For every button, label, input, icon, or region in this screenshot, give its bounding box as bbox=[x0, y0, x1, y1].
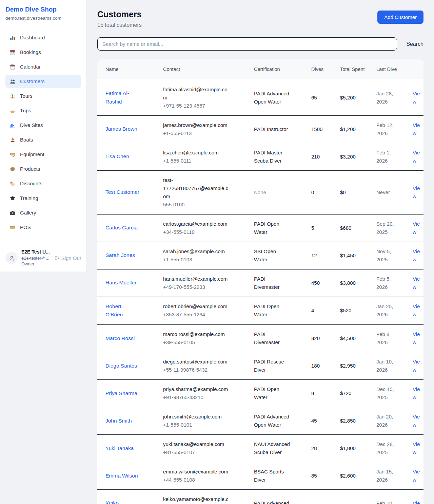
customer-certification: PADI Advanced Open Water bbox=[254, 500, 289, 504]
sidebar-item-bookings[interactable]: 17Bookings bbox=[5, 45, 81, 59]
customer-certification: PADI Divemaster bbox=[254, 276, 280, 290]
sidebar-item-discounts[interactable]: Discounts bbox=[5, 177, 81, 190]
sidebar-item-label: Calendar bbox=[20, 63, 41, 70]
customer-last-dive: Feb 12, 2026 bbox=[376, 122, 394, 136]
user-info: E2E Test U... e2e-tester@... Owner bbox=[21, 249, 50, 267]
customer-last-dive: Jan 25, 2026 bbox=[376, 303, 393, 317]
customer-total-spent: $4,500 bbox=[340, 335, 356, 341]
customer-name-link[interactable]: Hans Mueller bbox=[105, 280, 136, 285]
customer-name-link[interactable]: Diego Santos bbox=[105, 363, 137, 369]
search-input[interactable] bbox=[97, 37, 397, 51]
view-customer-link[interactable]: View bbox=[413, 276, 420, 290]
view-customer-link[interactable]: View bbox=[413, 414, 420, 428]
search-bar: Search bbox=[97, 37, 423, 51]
table-row: Test Customertest-1772681807767@example.… bbox=[97, 170, 423, 214]
view-customer-link[interactable]: View bbox=[413, 91, 420, 105]
sign-out-button[interactable]: Sign Out bbox=[54, 255, 81, 261]
sidebar-item-equipment[interactable]: Equipment bbox=[5, 148, 81, 161]
sidebar-item-dashboard[interactable]: Dashboard bbox=[5, 31, 81, 44]
table-row: Marco Rossimarco.rossi@example.com+39-55… bbox=[97, 325, 423, 352]
add-customer-button[interactable]: Add Customer bbox=[377, 11, 423, 24]
search-button[interactable]: Search bbox=[406, 41, 423, 47]
customer-name-link[interactable]: Test Customer bbox=[105, 189, 139, 195]
customer-email: marco.rossi@example.com bbox=[163, 330, 230, 338]
customer-certification: None bbox=[254, 189, 266, 195]
sidebar-item-label: Products bbox=[20, 165, 40, 172]
tag-icon bbox=[9, 181, 16, 187]
customer-email: keiko.yamamoto@example.com bbox=[163, 495, 230, 504]
calendar-date-icon: 17 bbox=[9, 49, 16, 55]
sidebar-item-pos[interactable]: POS bbox=[5, 221, 81, 234]
table-row: Lisa Chenlisa.chen@example.com+1-555-011… bbox=[97, 143, 423, 170]
customer-dives: 1500 bbox=[311, 126, 322, 132]
customer-name-link[interactable]: John Smith bbox=[105, 418, 132, 424]
table-row: Keiko Yamamotokeiko.yamamoto@example.com… bbox=[97, 490, 423, 504]
customer-name-link[interactable]: James Brown bbox=[105, 126, 137, 132]
sidebar-item-trips[interactable]: Trips bbox=[5, 104, 81, 117]
customer-phone: +1-555-0111 bbox=[163, 157, 230, 165]
view-customer-link[interactable]: View bbox=[413, 122, 420, 136]
shop-brand: Demo Dive Shop demo.test.divestreams.com bbox=[0, 0, 86, 26]
customer-name-link[interactable]: Yuki Tanaka bbox=[105, 445, 134, 451]
customer-name-link[interactable]: Priya Sharma bbox=[105, 390, 137, 396]
customer-phone: +34-555-0110 bbox=[163, 228, 230, 236]
column-header-name: Name bbox=[97, 59, 155, 80]
customer-name-link[interactable]: Robert O'Brien bbox=[105, 303, 123, 318]
customer-phone: 555-0100 bbox=[163, 201, 230, 209]
table-row: John Smithjohn.smith@example.com+1-555-0… bbox=[97, 407, 423, 435]
customer-name-link[interactable]: Carlos Garcia bbox=[105, 225, 138, 230]
view-customer-link[interactable]: View bbox=[413, 359, 420, 373]
customer-certification: PADI Instructor bbox=[254, 126, 288, 132]
table-row: Carlos Garciacarlos.garcia@example.com+3… bbox=[97, 214, 423, 242]
view-customer-link[interactable]: View bbox=[413, 303, 420, 317]
sidebar-item-boats[interactable]: Boats bbox=[5, 133, 81, 146]
package-icon bbox=[9, 166, 16, 172]
sidebar-item-dive-sites[interactable]: Dive Sites bbox=[5, 118, 81, 132]
customer-email: sarah.jones@example.com bbox=[163, 247, 230, 256]
wave-icon bbox=[9, 122, 16, 128]
view-customer-link[interactable]: View bbox=[413, 500, 420, 504]
customer-certification: PADI Advanced Open Water bbox=[254, 414, 289, 428]
sidebar: Demo Dive Shop demo.test.divestreams.com… bbox=[0, 0, 87, 272]
sidebar-item-calendar[interactable]: Calendar bbox=[5, 60, 81, 73]
sidebar-item-label: Bookings bbox=[20, 49, 41, 56]
sidebar-item-tours[interactable]: Tours bbox=[5, 89, 81, 102]
customer-total-spent: $680 bbox=[340, 225, 351, 231]
view-customer-link[interactable]: View bbox=[413, 150, 420, 164]
customer-total-spent: $0 bbox=[340, 189, 346, 195]
view-customer-link[interactable]: View bbox=[413, 185, 420, 199]
customer-last-dive: Sep 20, 2025 bbox=[376, 221, 394, 235]
customer-dives: 320 bbox=[311, 335, 320, 341]
user-name: E2E Test U... bbox=[21, 249, 50, 255]
view-customer-link[interactable]: View bbox=[413, 441, 420, 455]
view-customer-link[interactable]: View bbox=[413, 331, 420, 345]
customer-total-spent: $2,950 bbox=[340, 363, 356, 369]
svg-text:17: 17 bbox=[11, 52, 14, 54]
customer-last-dive: Feb 10, 2026 bbox=[376, 500, 394, 504]
customer-last-dive: Dec 15, 2025 bbox=[376, 386, 394, 400]
customer-name-link[interactable]: Lisa Chen bbox=[105, 153, 129, 159]
sidebar-item-label: Tours bbox=[20, 92, 33, 99]
customer-certification: NAUI Advanced Scuba Diver bbox=[254, 441, 290, 455]
sidebar-item-gallery[interactable]: Gallery bbox=[5, 206, 81, 219]
user-section: E2E Test U... e2e-tester@... Owner Sign … bbox=[0, 244, 86, 272]
customer-last-dive: Jan 20, 2026 bbox=[376, 414, 393, 428]
customer-name-link[interactable]: Marco Rossi bbox=[105, 335, 135, 341]
main-content: Customers 15 total customers Add Custome… bbox=[87, 0, 434, 504]
customer-name-link[interactable]: Emma Wilson bbox=[105, 473, 138, 479]
view-customer-link[interactable]: View bbox=[413, 386, 420, 400]
customer-name-link[interactable]: Sarah Jones bbox=[105, 252, 135, 258]
customer-dives: 210 bbox=[311, 154, 320, 160]
customer-name-link[interactable]: Fatima Al-Rashid bbox=[105, 90, 129, 105]
table-row: James Brownjames.brown@example.com+1-555… bbox=[97, 115, 423, 143]
page-title: Customers bbox=[97, 9, 142, 19]
table-row: Emma Wilsonemma.wilson@example.com+44-55… bbox=[97, 462, 423, 490]
customer-phone: +91-98765-43210 bbox=[163, 393, 230, 402]
sidebar-item-training[interactable]: Training bbox=[5, 191, 81, 205]
sidebar-item-customers[interactable]: Customers bbox=[5, 75, 81, 88]
view-customer-link[interactable]: View bbox=[413, 469, 420, 483]
sidebar-item-products[interactable]: Products bbox=[5, 162, 81, 175]
view-customer-link[interactable]: View bbox=[413, 221, 420, 235]
view-customer-link[interactable]: View bbox=[413, 248, 420, 262]
customer-name-link[interactable]: Keiko Yamamoto bbox=[105, 500, 131, 504]
